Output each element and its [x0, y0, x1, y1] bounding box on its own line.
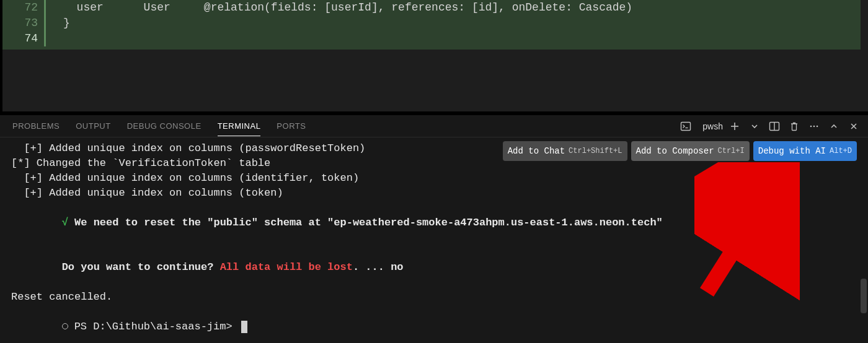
code-line[interactable]: 72 user User @relation(fields: [userId],…	[2, 0, 868, 15]
line-number: 74	[2, 31, 46, 46]
line-number: 72	[2, 0, 46, 15]
button-label: Add to Composer	[636, 144, 714, 158]
panel-toolbar: pwsh	[680, 121, 859, 132]
code-line[interactable]: 73 }	[2, 15, 868, 31]
tab-terminal[interactable]: TERMINAL	[218, 121, 261, 131]
check-icon: √	[62, 217, 74, 228]
button-shortcut: Alt+D	[830, 144, 852, 158]
tab-problems[interactable]: PROBLEMS	[12, 121, 60, 131]
terminal-line: Do you want to continue? All data will b…	[11, 245, 857, 290]
terminal-cursor	[241, 321, 247, 333]
code-lines: 72 user User @relation(fields: [userId],…	[2, 0, 868, 46]
new-terminal-plus-icon[interactable]	[729, 121, 740, 132]
button-label: Debug with AI	[758, 144, 826, 158]
panel-tab-bar: PROBLEMS OUTPUT DEBUG CONSOLE TERMINAL P…	[0, 115, 868, 137]
terminal-line: [+] Added unique index on columns (ident…	[11, 171, 857, 186]
button-shortcut: Ctrl+Shift+L	[569, 144, 622, 158]
terminal-profile-icon[interactable]	[680, 121, 691, 132]
bottom-panel: PROBLEMS OUTPUT DEBUG CONSOLE TERMINAL P…	[0, 111, 868, 343]
terminal-line: [+] Added unique index on columns (token…	[11, 186, 857, 201]
trash-icon[interactable]	[789, 121, 800, 132]
code-line-current[interactable]: 74	[2, 31, 868, 46]
prompt-status-icon	[62, 323, 68, 329]
split-terminal-icon[interactable]	[769, 121, 780, 132]
terminal-prompt-line[interactable]: PS D:\Github\ai-saas-jim>	[11, 305, 857, 343]
chevron-down-icon[interactable]	[749, 121, 760, 132]
terminal-line: Reset cancelled.	[11, 290, 857, 305]
code-text: user User @relation(fields: [userId], re…	[46, 0, 632, 15]
svg-point-8	[817, 125, 818, 127]
code-text	[46, 31, 63, 46]
button-label: Add to Chat	[508, 144, 565, 158]
editor-area[interactable]: 72 user User @relation(fields: [userId],…	[0, 0, 868, 111]
prompt-text: PS D:\Github\ai-saas-jim>	[74, 321, 239, 332]
terminal[interactable]: Add to Chat Ctrl+Shift+L Add to Composer…	[0, 137, 868, 343]
terminal-line: √ We need to reset the "public" schema a…	[11, 201, 857, 245]
debug-with-ai-button[interactable]: Debug with AI Alt+D	[753, 141, 857, 161]
terminal-action-buttons: Add to Chat Ctrl+Shift+L Add to Composer…	[503, 141, 857, 161]
button-shortcut: Ctrl+I	[718, 144, 745, 158]
tab-ports[interactable]: PORTS	[277, 121, 306, 131]
tab-output[interactable]: OUTPUT	[76, 121, 110, 131]
tab-debug-console[interactable]: DEBUG CONSOLE	[127, 121, 202, 131]
svg-rect-0	[681, 122, 691, 130]
shell-name[interactable]: pwsh	[702, 121, 723, 131]
add-to-composer-button[interactable]: Add to Composer Ctrl+I	[631, 141, 750, 161]
chevron-up-icon[interactable]	[828, 121, 839, 132]
svg-point-6	[810, 125, 812, 127]
svg-point-7	[813, 125, 815, 127]
close-panel-icon[interactable]	[848, 121, 859, 132]
code-text: }	[46, 15, 70, 31]
line-number: 73	[2, 15, 46, 31]
more-icon[interactable]	[808, 121, 820, 132]
add-to-chat-button[interactable]: Add to Chat Ctrl+Shift+L	[503, 141, 627, 161]
terminal-scrollbar[interactable]	[861, 279, 867, 313]
